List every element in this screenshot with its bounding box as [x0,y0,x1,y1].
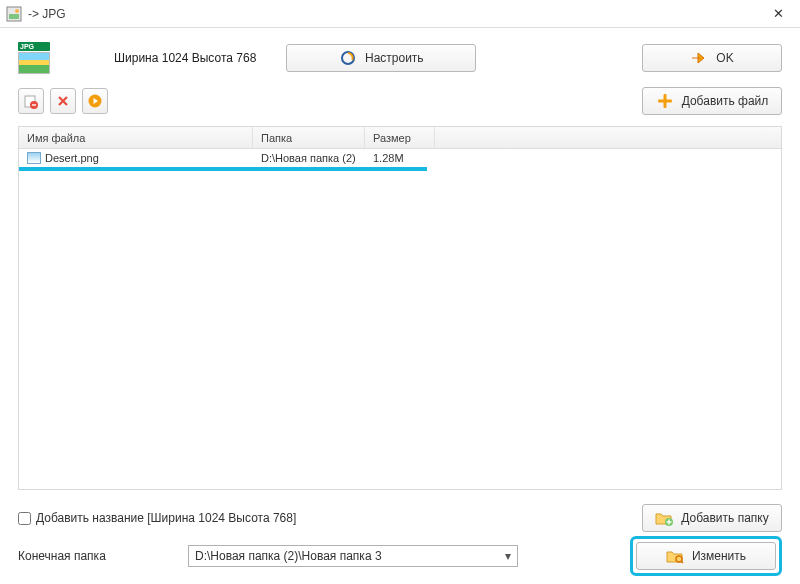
change-label: Изменить [692,549,746,563]
svg-line-14 [681,561,683,563]
dimensions-label: Ширина 1024 Высота 768 [114,51,256,65]
col-size[interactable]: Размер [365,127,435,148]
file-name: Desert.png [45,152,99,164]
file-table: Имя файла Папка Размер Desert.png D:\Нов… [18,126,782,490]
titlebar: -> JPG ✕ [0,0,800,28]
arrow-right-icon [690,49,708,67]
ok-label: OK [716,51,733,65]
app-icon [6,6,22,22]
format-icon: JPG [18,42,50,74]
svg-rect-9 [658,100,672,103]
folder-search-icon [666,547,684,565]
dest-label: Конечная папка [18,549,188,563]
svg-rect-6 [32,104,36,105]
configure-icon [339,49,357,67]
add-folder-button[interactable]: Добавить папку [642,504,782,532]
dest-value: D:\Новая папка (2)\Новая папка 3 [195,549,382,563]
add-file-label: Добавить файл [682,94,769,108]
plus-icon [656,92,674,110]
col-name[interactable]: Имя файла [19,127,253,148]
add-title-checkbox-input[interactable] [18,512,31,525]
add-file-button[interactable]: Добавить файл [642,87,782,115]
change-button[interactable]: Изменить [636,542,776,570]
clear-all-button[interactable] [50,88,76,114]
table-header: Имя файла Папка Размер [19,127,781,149]
svg-rect-1 [9,14,19,19]
close-icon[interactable]: ✕ [762,6,794,21]
play-button[interactable] [82,88,108,114]
remove-item-button[interactable] [18,88,44,114]
add-title-checkbox[interactable]: Добавить название [Ширина 1024 Высота 76… [18,511,296,525]
add-folder-label: Добавить папку [681,511,768,525]
change-button-highlight: Изменить [630,536,782,576]
col-folder[interactable]: Папка [253,127,365,148]
window-title: -> JPG [28,7,762,21]
svg-rect-12 [667,521,672,522]
selection-highlight [19,167,427,171]
configure-label: Настроить [365,51,424,65]
dest-combobox[interactable]: D:\Новая папка (2)\Новая папка 3 [188,545,518,567]
file-folder: D:\Новая папка (2) [253,152,365,164]
table-row[interactable]: Desert.png D:\Новая папка (2) 1.28M [19,149,781,167]
file-size: 1.28M [365,152,435,164]
configure-button[interactable]: Настроить [286,44,476,72]
folder-plus-icon [655,509,673,527]
ok-button[interactable]: OK [642,44,782,72]
svg-point-2 [15,9,19,13]
image-file-icon [27,152,41,164]
add-title-label: Добавить название [Ширина 1024 Высота 76… [36,511,296,525]
